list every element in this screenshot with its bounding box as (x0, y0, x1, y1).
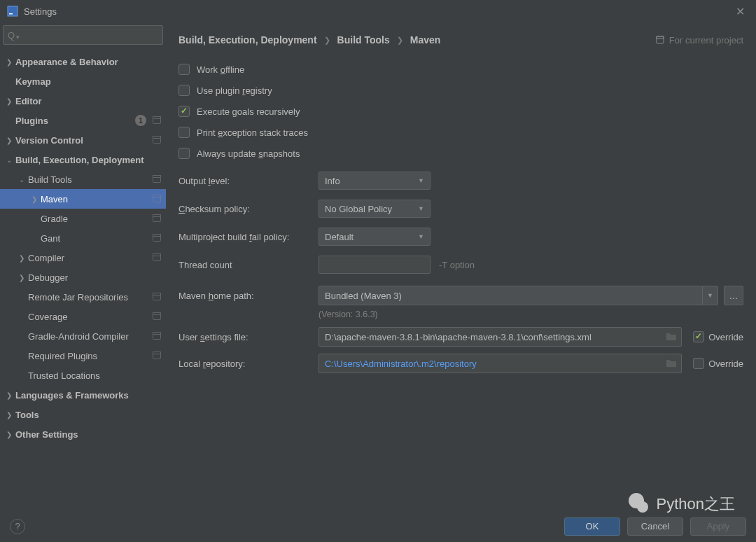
select-maven-home[interactable]: Bundled (Maven 3) ▼ (318, 286, 718, 305)
chevron-right-icon: ❯ (4, 137, 14, 144)
sidebar-item-gradle-android-compiler[interactable]: ·Gradle-Android Compiler (0, 326, 166, 346)
value-checksum-policy: No Global Policy (325, 204, 392, 214)
row-execute-goals[interactable]: Execute goals recursively (178, 101, 743, 122)
sidebar-item-label: Trusted Locations (28, 370, 162, 381)
sidebar-item-version-control[interactable]: ❯Version Control (0, 130, 166, 150)
input-thread-count[interactable] (318, 256, 430, 274)
checkbox-override-user-settings[interactable] (693, 331, 704, 342)
breadcrumb-b[interactable]: Build Tools (337, 34, 390, 46)
label-maven-home: Maven home path: (178, 291, 318, 301)
dialog-footer: ? OK Cancel Apply (0, 510, 756, 542)
sidebar-item-plugins[interactable]: ·Plugins1 (0, 111, 166, 130)
folder-icon[interactable] (666, 331, 677, 343)
title-bar: Settings ✕ (0, 0, 756, 22)
sidebar-item-required-plugins[interactable]: ·Required Plugins (0, 346, 166, 366)
svg-rect-15 (153, 253, 161, 256)
scope-label: For current project (655, 35, 743, 46)
search-icon: Q (8, 30, 15, 41)
sidebar-item-languages-frameworks[interactable]: ❯Languages & Frameworks (0, 385, 166, 405)
breadcrumb: Build, Execution, Deployment ❯ Build Too… (178, 32, 743, 48)
sidebar-item-coverage[interactable]: ·Coverage (0, 307, 166, 326)
svg-rect-11 (153, 214, 161, 216)
sidebar-item-trusted-locations[interactable]: ·Trusted Locations (0, 366, 166, 385)
sidebar-item-editor[interactable]: ❯Editor (0, 91, 166, 111)
browse-button[interactable]: … (724, 286, 743, 305)
chevron-right-icon: ❯ (324, 36, 330, 45)
window-title: Settings (24, 6, 57, 17)
chevron-down-icon[interactable]: ▼ (702, 286, 718, 305)
chevron-right-icon: ❯ (29, 195, 39, 203)
row-print-exception[interactable]: Print exception stack traces (178, 122, 743, 143)
label-override-local-repo: Override (708, 359, 743, 369)
input-user-settings[interactable]: D:\apache-maven-3.8.1-bin\apache-maven-3… (318, 327, 682, 347)
project-scope-icon (152, 232, 162, 244)
ok-button[interactable]: OK (564, 517, 620, 536)
sidebar-item-appearance-behavior[interactable]: ❯Appearance & Behavior (0, 52, 166, 71)
apply-button[interactable]: Apply (690, 517, 746, 536)
svg-rect-8 (153, 195, 161, 202)
sidebar-item-build-execution-deployment[interactable]: ⌄Build, Execution, Deployment (0, 150, 166, 169)
svg-rect-25 (657, 36, 664, 39)
svg-rect-3 (153, 116, 161, 118)
chevron-right-icon: ❯ (4, 97, 14, 105)
value-fail-policy: Default (325, 232, 354, 242)
settings-main-panel: Build, Execution, Deployment ❯ Build Too… (166, 22, 756, 522)
update-badge: 1 (135, 115, 146, 126)
checkbox-always-update[interactable] (178, 148, 190, 159)
checkbox-execute-goals[interactable] (178, 106, 190, 117)
chevron-right-icon: ❯ (4, 411, 14, 419)
project-scope-icon (152, 311, 162, 323)
sidebar-item-remote-jar-repositories[interactable]: ·Remote Jar Repositories (0, 287, 166, 307)
value-user-settings: D:\apache-maven-3.8.1-bin\apache-maven-3… (325, 332, 592, 342)
checkbox-override-local-repo[interactable] (693, 358, 704, 369)
svg-rect-23 (153, 352, 161, 354)
svg-rect-1 (9, 13, 13, 15)
chevron-right-icon: ❯ (4, 58, 14, 66)
svg-rect-13 (153, 234, 161, 236)
sidebar-item-build-tools[interactable]: ⌄Build Tools (0, 169, 166, 189)
search-input-wrapper[interactable]: Q▾ (3, 25, 163, 45)
label-print-exception: Print exception stack traces (197, 127, 308, 138)
checkbox-use-plugin-registry[interactable] (178, 85, 190, 96)
close-icon[interactable]: ✕ (732, 2, 749, 21)
sidebar-item-debugger[interactable]: ❯Debugger (0, 267, 166, 287)
label-output-level: Output level: (178, 176, 318, 186)
chevron-right-icon: ❯ (17, 254, 27, 262)
sidebar-item-tools[interactable]: ❯Tools (0, 405, 166, 424)
breadcrumb-a[interactable]: Build, Execution, Deployment (178, 34, 317, 46)
svg-rect-4 (153, 136, 161, 143)
value-output-level: Info (325, 176, 340, 186)
project-scope-icon (152, 174, 162, 186)
sidebar-item-label: Keymap (15, 76, 162, 87)
checkbox-print-exception[interactable] (178, 127, 190, 138)
hint-thread-count: -T option (439, 260, 475, 270)
sidebar-item-label: Debugger (28, 272, 162, 283)
cancel-button[interactable]: Cancel (627, 517, 683, 536)
project-scope-icon (152, 291, 162, 303)
sidebar-item-label: Compiler (28, 253, 152, 263)
search-input[interactable] (24, 30, 158, 41)
select-fail-policy[interactable]: Default ▼ (318, 228, 430, 246)
svg-rect-17 (153, 293, 161, 295)
settings-sidebar: Q▾ ❯Appearance & Behavior·Keymap❯Editor·… (0, 22, 166, 522)
select-checksum-policy[interactable]: No Global Policy ▼ (318, 200, 430, 218)
project-scope-icon (152, 115, 162, 127)
sidebar-item-compiler[interactable]: ❯Compiler (0, 248, 166, 267)
sidebar-item-maven[interactable]: ❯Maven (0, 189, 166, 209)
sidebar-item-gant[interactable]: ·Gant (0, 228, 166, 248)
sidebar-item-gradle[interactable]: ·Gradle (0, 209, 166, 228)
row-always-update[interactable]: Always update snapshots (178, 143, 743, 164)
sidebar-item-other-settings[interactable]: ❯Other Settings (0, 424, 166, 444)
checkbox-work-offline[interactable] (178, 64, 190, 75)
row-use-plugin-registry[interactable]: Use plugin registry (178, 80, 743, 101)
select-output-level[interactable]: Info ▼ (318, 172, 430, 190)
chevron-down-icon: ⌄ (4, 156, 14, 164)
value-local-repo: C:\Users\Administrator\.m2\repository (325, 359, 477, 369)
help-button[interactable]: ? (10, 519, 25, 534)
sidebar-item-keymap[interactable]: ·Keymap (0, 71, 166, 91)
svg-rect-18 (153, 312, 161, 319)
app-icon (7, 6, 18, 17)
row-work-offline[interactable]: Work offline (178, 59, 743, 80)
folder-icon[interactable] (666, 358, 677, 370)
input-local-repo[interactable]: C:\Users\Administrator\.m2\repository (318, 354, 682, 373)
